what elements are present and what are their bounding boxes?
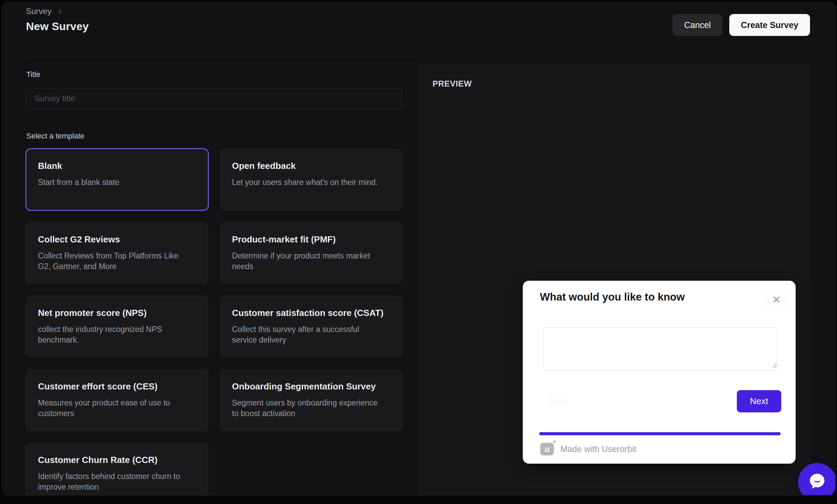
template-card-4[interactable]: Net promoter score (NPS) collect the ind…: [26, 296, 208, 357]
template-card-title: Net promoter score (NPS): [38, 308, 196, 318]
template-grid: Blank Start from a blank state Open feed…: [26, 149, 402, 495]
survey-preview-modal: What would you like to know Back Next u …: [523, 281, 796, 464]
cancel-button[interactable]: Cancel: [673, 14, 722, 36]
template-card-description: Collect Reviews from Top Platforms Like …: [38, 251, 190, 272]
template-card-title: Customer satisfaction score (CSAT): [232, 308, 390, 318]
template-card-description: collect the industry recognized NPS benc…: [38, 324, 190, 345]
template-card-7[interactable]: Onboarding Segmentation Survey Segment u…: [220, 369, 402, 431]
header-divider: [26, 56, 811, 56]
title-label: Title: [26, 70, 40, 79]
survey-question-title: What would you like to know: [540, 291, 685, 303]
template-card-6[interactable]: Customer effort score (CES) Measures you…: [26, 369, 208, 431]
template-card-8[interactable]: Customer Churn Rate (CCR) Identify facto…: [26, 443, 208, 495]
userorbit-logo-icon: u: [540, 443, 554, 455]
breadcrumb: Survey: [26, 6, 63, 16]
survey-title-input[interactable]: [26, 88, 402, 109]
template-card-title: Blank: [38, 161, 196, 171]
template-card-title: Onboarding Segmentation Survey: [232, 381, 390, 392]
close-icon: [772, 295, 781, 305]
template-card-0[interactable]: Blank Start from a blank state: [26, 149, 208, 210]
template-card-description: Start from a blank state: [38, 177, 190, 188]
template-card-title: Collect G2 Reviews: [38, 234, 196, 245]
app-window: Survey New Survey Cancel Create Survey T…: [2, 2, 836, 495]
template-card-1[interactable]: Open feedback Let your users share what'…: [220, 149, 402, 210]
template-card-title: Product-market fit (PMF): [232, 234, 390, 245]
template-card-title: Customer Churn Rate (CCR): [38, 455, 196, 465]
breadcrumb-item-survey[interactable]: Survey: [26, 6, 52, 16]
template-card-description: Measures your product ease of use to cus…: [38, 398, 190, 419]
made-with-userorbit[interactable]: u Made with Userorbit: [540, 443, 636, 455]
template-card-description: Identify factors behind customer churn t…: [38, 471, 190, 492]
chat-bubble-icon: [807, 471, 827, 493]
template-card-title: Customer effort score (CES): [38, 381, 196, 392]
template-card-description: Let your users share what's on their min…: [232, 177, 384, 188]
close-button[interactable]: [767, 290, 786, 310]
userorbit-orbit-dot: [553, 440, 556, 443]
template-section-label: Select a template: [26, 132, 84, 141]
template-card-description: Segment users by onboarding experience t…: [232, 398, 384, 419]
template-card-5[interactable]: Customer satisfaction score (CSAT) Colle…: [220, 296, 402, 357]
template-card-2[interactable]: Collect G2 Reviews Collect Reviews from …: [26, 222, 208, 284]
survey-progress-bar: [539, 432, 781, 435]
create-survey-button[interactable]: Create Survey: [729, 14, 810, 36]
template-card-3[interactable]: Product-market fit (PMF) Determine if yo…: [220, 222, 402, 284]
preview-panel: PREVIEW What would you like to know Back…: [418, 64, 811, 495]
template-card-description: Determine if your product meets market n…: [232, 251, 384, 272]
page-title: New Survey: [26, 20, 89, 33]
preview-label: PREVIEW: [433, 79, 472, 89]
next-button[interactable]: Next: [737, 390, 781, 412]
template-card-description: Collect this survey after a successful s…: [232, 324, 384, 345]
back-button[interactable]: Back: [549, 396, 569, 407]
userorbit-logo-letter: u: [545, 445, 550, 454]
chevron-right-icon: [56, 8, 63, 15]
template-card-title: Open feedback: [232, 161, 390, 171]
header-actions: Cancel Create Survey: [673, 14, 810, 36]
made-with-label: Made with Userorbit: [560, 444, 636, 454]
answer-textarea[interactable]: [543, 327, 777, 371]
